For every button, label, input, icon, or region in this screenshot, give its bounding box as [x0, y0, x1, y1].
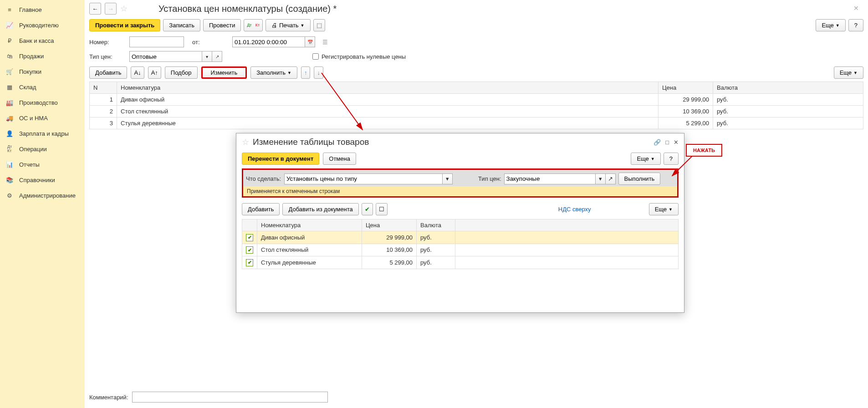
col-nomenclature[interactable]: Номенклатура [117, 82, 659, 94]
table-row[interactable]: ✔Стол стеклянный10 369,00руб. [242, 244, 679, 256]
sidebar-item-manager[interactable]: 📈Руководителю [0, 17, 85, 33]
execute-button[interactable]: Выполнить [618, 173, 661, 185]
sidebar-item-directories[interactable]: 📚Справочники [0, 172, 85, 188]
register-zero-checkbox[interactable] [312, 53, 319, 60]
move-down-button[interactable]: ↓ [314, 66, 323, 79]
vat-link[interactable]: НДС сверху [558, 206, 591, 213]
sidebar-item-sales[interactable]: 🛍Продажи [0, 48, 85, 64]
sidebar-item-reports[interactable]: 📊Отчеты [0, 157, 85, 172]
number-field[interactable] [129, 36, 184, 47]
save-button[interactable]: Записать [163, 19, 200, 31]
calendar-icon[interactable]: 📅 [305, 36, 315, 47]
link-icon[interactable]: 🔗 [654, 139, 661, 146]
favorite-icon[interactable]: ☆ [242, 137, 249, 147]
chevron-down-icon[interactable]: ▾ [596, 173, 606, 184]
what-label: Что сделать: [246, 175, 281, 182]
menu-icon: ≡ [5, 5, 14, 14]
uncheck-all-button[interactable]: ☐ [376, 203, 388, 215]
sidebar-item-admin[interactable]: ⚙Администрирование [0, 188, 85, 203]
date-field[interactable] [232, 36, 305, 47]
row-checkbox[interactable]: ✔ [246, 246, 253, 254]
dlg-col-check[interactable] [242, 219, 257, 231]
dlg-col-price[interactable]: Цена [362, 219, 417, 231]
close-icon[interactable]: ✕ [853, 5, 859, 12]
table-more-button[interactable]: Еще▼ [834, 66, 863, 79]
dtkt-button[interactable]: ДтКт [244, 19, 263, 31]
dlg-tb-more-button[interactable]: Еще▼ [649, 203, 679, 215]
nav-forward-button[interactable]: → [105, 3, 117, 15]
chart-icon: 📈 [5, 21, 14, 29]
nav-back-button[interactable]: ← [89, 3, 101, 15]
sidebar-item-label: Операции [19, 146, 47, 153]
table-row[interactable]: ✔Стулья деревянные5 299,00руб. [242, 256, 679, 269]
price-type-field-group: ▾ ↗ [129, 51, 222, 62]
sidebar-item-warehouse[interactable]: ▦Склад [0, 79, 85, 95]
transfer-button[interactable]: Перенести в документ [242, 153, 319, 165]
table-row[interactable]: 2Стол стеклянный10 369,00руб. [90, 106, 863, 117]
favorite-icon[interactable]: ☆ [120, 4, 128, 14]
table-row[interactable]: 1Диван офисный29 999,00руб. [90, 94, 863, 106]
post-and-close-button[interactable]: Провести и закрыть [89, 19, 160, 31]
more-button[interactable]: Еще▼ [816, 19, 845, 31]
items-table: N Номенклатура Цена Валюта 1Диван офисны… [89, 82, 863, 129]
chevron-down-icon[interactable]: ▾ [202, 51, 212, 62]
table-row[interactable]: 3Стулья деревянные5 299,00руб. [90, 117, 863, 129]
from-label: от: [192, 39, 229, 46]
fill-button[interactable]: Заполнить▼ [250, 66, 297, 79]
sidebar-item-label: Покупки [19, 68, 41, 75]
check-all-button[interactable]: ✔ [362, 203, 373, 215]
dialog-more-button[interactable]: Еще▼ [631, 153, 660, 165]
dlg-add-from-doc-button[interactable]: Добавить из документа [282, 203, 358, 215]
dialog-help-button[interactable]: ? [664, 153, 679, 165]
dlg-col-currency[interactable]: Валюта [417, 219, 455, 231]
sidebar-item-hr[interactable]: 👤Зарплата и кадры [0, 126, 85, 141]
sidebar-item-label: Зарплата и кадры [19, 130, 69, 137]
col-currency[interactable]: Валюта [713, 82, 863, 94]
sidebar-item-label: Склад [19, 84, 36, 91]
dialog-actions: Перенести в документ Отмена Еще▼ ? [236, 151, 684, 167]
dlg-col-extra[interactable] [455, 219, 679, 231]
what-select[interactable] [284, 173, 443, 184]
print-button[interactable]: 🖨Печать▼ [266, 19, 311, 31]
pick-button[interactable]: Подбор [165, 66, 198, 79]
sort-asc-button[interactable]: A↓ [131, 66, 144, 79]
chevron-down-icon[interactable]: ▾ [443, 173, 453, 184]
close-icon[interactable]: ✕ [674, 139, 679, 146]
sidebar-item-main[interactable]: ≡Главное [0, 2, 85, 17]
action-note: Применяется к отмеченным строкам [243, 186, 677, 196]
dlg-add-button[interactable]: Добавить [242, 203, 280, 215]
cancel-button[interactable]: Отмена [323, 153, 356, 165]
comment-field[interactable] [132, 392, 328, 403]
sidebar-item-assets[interactable]: 🚚ОС и НМА [0, 110, 85, 126]
open-icon[interactable]: ↗ [606, 173, 616, 184]
open-icon[interactable]: ↗ [212, 51, 222, 62]
col-n[interactable]: N [90, 82, 117, 94]
dlg-col-nomenclature[interactable]: Номенклатура [257, 219, 362, 231]
gear-icon: ⚙ [5, 191, 14, 199]
action-row: Что сделать: ▾ Тип цен: ▾ ↗ Выполнить Пр… [242, 168, 679, 198]
sidebar-item-production[interactable]: 🏭Производство [0, 95, 85, 110]
sidebar-item-operations[interactable]: ДтКтОперации [0, 141, 85, 157]
sidebar: ≡Главное 📈Руководителю ₽Банк и касса 🛍Пр… [0, 0, 85, 408]
change-button[interactable]: Изменить [201, 66, 247, 79]
sidebar-item-purchases[interactable]: 🛒Покупки [0, 64, 85, 79]
comment-row: Комментарий: [89, 392, 863, 403]
row-checkbox[interactable]: ✔ [246, 234, 253, 241]
sidebar-item-bank[interactable]: ₽Банк и касса [0, 33, 85, 48]
maximize-icon[interactable]: □ [665, 139, 669, 146]
table-row[interactable]: ✔Диван офисный29 999,00руб. [242, 231, 679, 244]
post-button[interactable]: Провести [203, 19, 241, 31]
add-button[interactable]: Добавить [89, 66, 127, 79]
list-icon[interactable]: ☰ [322, 39, 328, 46]
price-type-field[interactable] [129, 51, 202, 62]
price-type-label: Тип цен: [89, 53, 126, 60]
col-price[interactable]: Цена [659, 82, 713, 94]
help-button[interactable]: ? [848, 19, 863, 31]
row-checkbox[interactable]: ✔ [246, 259, 253, 266]
dialog-table-wrap: Номенклатура Цена Валюта ✔Диван офисный2… [236, 219, 684, 312]
sort-desc-button[interactable]: A↑ [148, 66, 161, 79]
chevron-down-icon: ▼ [651, 157, 655, 161]
move-up-button[interactable]: ↑ [301, 66, 311, 79]
dlg-price-type-field[interactable] [504, 173, 596, 184]
structure-button[interactable]: ⬚ [313, 19, 325, 31]
